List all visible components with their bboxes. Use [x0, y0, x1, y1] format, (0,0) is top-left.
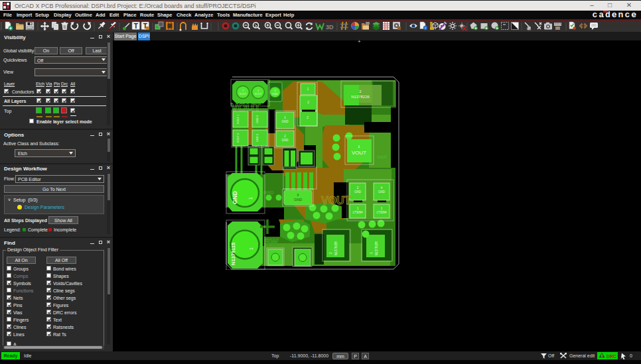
svg-text:DRC: DRC: [606, 354, 616, 359]
svg-text:P: P: [528, 27, 531, 30]
svg-text:N1378188: N1378188: [375, 241, 378, 255]
svg-text:GND: GND: [294, 198, 302, 202]
svg-text:VOUT 2: VOUT 2: [236, 133, 240, 143]
svg-text:GND: GND: [272, 92, 278, 95]
svg-text:N1379115: N1379115: [230, 243, 236, 265]
svg-text:GND 2: GND 2: [255, 115, 259, 123]
svg-text:VOUT: VOUT: [254, 92, 262, 95]
svg-text:T: T: [134, 23, 138, 30]
svg-text:VOUT: VOUT: [321, 195, 351, 206]
svg-text:3D: 3D: [326, 24, 334, 30]
svg-text:VOUT 1: VOUT 1: [236, 114, 240, 124]
svg-text:GND: GND: [354, 190, 362, 194]
svg-text:VOUT: VOUT: [352, 150, 366, 156]
svg-text:1: 1: [248, 197, 253, 200]
svg-text:GND 2: GND 2: [255, 133, 259, 142]
svg-text:GND: GND: [282, 120, 289, 123]
svg-text:GND: GND: [282, 139, 289, 142]
svg-text:LT3094: LT3094: [377, 211, 387, 214]
svg-text:GND: GND: [232, 191, 238, 205]
svg-text:SW: SW: [264, 237, 279, 247]
svg-text:LT3094: LT3094: [353, 211, 363, 214]
svg-text:GND: GND: [378, 190, 386, 194]
svg-text:i: i: [425, 26, 425, 30]
svg-text:1: 1: [249, 247, 253, 250]
svg-text:VOUT: VOUT: [239, 92, 247, 95]
svg-text:VOUT: VOUT: [377, 155, 388, 159]
svg-text:N1378188: N1378188: [334, 241, 338, 255]
svg-text:N1378226: N1378226: [351, 95, 370, 99]
